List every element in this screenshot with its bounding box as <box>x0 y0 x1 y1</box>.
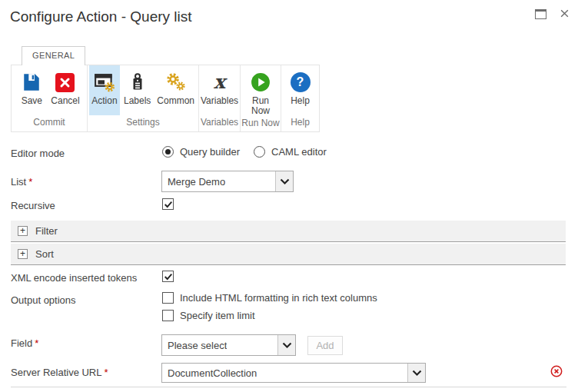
bottom-divider <box>11 387 566 387</box>
chevron-down-icon[interactable] <box>407 364 425 382</box>
common-icon <box>165 70 187 95</box>
radio-caml-editor[interactable] <box>254 146 265 158</box>
ribbon-group-variables: x Variables Variables <box>199 65 241 131</box>
recursive-label: Recursive <box>11 200 55 211</box>
include-html-label: Include HTML formatting in rich text col… <box>180 292 377 304</box>
cancel-icon <box>55 70 75 95</box>
item-limit-label: Specify item limit <box>180 310 255 321</box>
chevron-down-icon[interactable] <box>277 335 295 355</box>
include-html-row: Include HTML formatting in rich text col… <box>162 292 377 304</box>
required-marker: * <box>28 176 32 188</box>
action-button[interactable]: Action <box>89 65 120 115</box>
run-now-icon <box>251 70 271 95</box>
output-options-label: Output options <box>11 294 76 306</box>
item-limit-row: Specify item limit <box>162 310 377 321</box>
ribbon-group-label-variables: Variables <box>199 115 240 131</box>
recursive-checkbox[interactable] <box>162 198 174 210</box>
required-marker: * <box>105 367 108 378</box>
editor-mode-label: Editor mode <box>11 148 65 159</box>
ribbon-group-label-settings: Settings <box>88 115 198 131</box>
dialog-title: Configure Action - Query list <box>10 8 192 25</box>
configure-action-dialog: Configure Action - Query list GENERAL Sa… <box>0 0 578 392</box>
radio-query-builder[interactable] <box>162 146 174 158</box>
radio-caml-editor-label: CAML editor <box>271 146 327 158</box>
editor-mode-radios: Query builder CAML editor <box>162 146 334 158</box>
save-label: Save <box>22 96 42 106</box>
field-label: Field* <box>11 337 38 349</box>
field-dropdown-value: Please select <box>162 340 227 351</box>
server-relative-url-label: Server Relative URL* <box>11 367 108 378</box>
labels-label: Labels <box>124 96 151 106</box>
xml-encode-checkbox[interactable] <box>162 271 174 282</box>
tab-general[interactable]: GENERAL <box>22 46 85 65</box>
run-now-button[interactable]: Run Now <box>245 65 276 116</box>
add-button[interactable]: Add <box>307 336 343 355</box>
ribbon-group-label-commit: Commit <box>12 115 87 131</box>
ribbon-group-label-help: Help <box>281 115 319 131</box>
server-relative-url-dropdown[interactable]: DocumentCollection <box>161 363 426 383</box>
variables-icon: x <box>214 70 225 95</box>
maximize-icon[interactable] <box>535 9 546 19</box>
help-button[interactable]: ? Help <box>285 65 316 115</box>
ribbon-toolbar: Save Cancel Commit <box>11 65 320 132</box>
help-icon: ? <box>291 70 311 95</box>
list-dropdown[interactable]: Merge Demo <box>161 171 294 192</box>
xml-encode-label: XML encode inserted tokens <box>11 272 137 284</box>
expand-icon[interactable]: + <box>18 249 28 259</box>
list-dropdown-value: Merge Demo <box>162 176 225 188</box>
action-icon <box>94 70 115 95</box>
save-button[interactable]: Save <box>16 65 47 115</box>
variables-label: Variables <box>201 96 238 106</box>
expand-icon[interactable]: + <box>18 226 28 236</box>
filter-section-label: Filter <box>35 225 58 237</box>
chevron-down-icon[interactable] <box>275 171 293 191</box>
close-icon[interactable] <box>559 8 570 18</box>
ribbon-group-help: ? Help Help <box>281 65 319 131</box>
cancel-button[interactable]: Cancel <box>48 65 81 115</box>
labels-icon <box>128 70 148 95</box>
filter-section-header[interactable]: + Filter <box>11 221 566 242</box>
ribbon-group-settings: Action Labels <box>88 65 199 131</box>
required-marker: * <box>35 337 38 349</box>
common-button[interactable]: Common <box>154 65 197 115</box>
action-label: Action <box>91 96 117 106</box>
radio-query-builder-label: Query builder <box>180 146 240 158</box>
error-icon <box>550 365 563 377</box>
cancel-label: Cancel <box>51 96 79 106</box>
ribbon-group-label-run-now: Run Now <box>241 116 281 131</box>
save-icon <box>22 70 42 95</box>
list-label: List* <box>11 176 32 188</box>
output-options-group: Include HTML formatting in rich text col… <box>162 292 377 321</box>
ribbon-group-run-now: Run Now Run Now <box>241 65 281 131</box>
ribbon-group-commit: Save Cancel Commit <box>12 65 88 131</box>
include-html-checkbox[interactable] <box>162 292 174 304</box>
help-label: Help <box>291 96 310 106</box>
common-label: Common <box>157 96 194 106</box>
sort-section-header[interactable]: + Sort <box>11 244 566 265</box>
field-dropdown[interactable]: Please select <box>161 334 296 356</box>
labels-button[interactable]: Labels <box>121 65 153 115</box>
run-now-label: Run Now <box>248 96 273 116</box>
server-relative-url-value: DocumentCollection <box>162 367 257 379</box>
variables-button[interactable]: x Variables <box>199 65 240 115</box>
item-limit-checkbox[interactable] <box>162 310 174 321</box>
sort-section-label: Sort <box>35 248 54 260</box>
